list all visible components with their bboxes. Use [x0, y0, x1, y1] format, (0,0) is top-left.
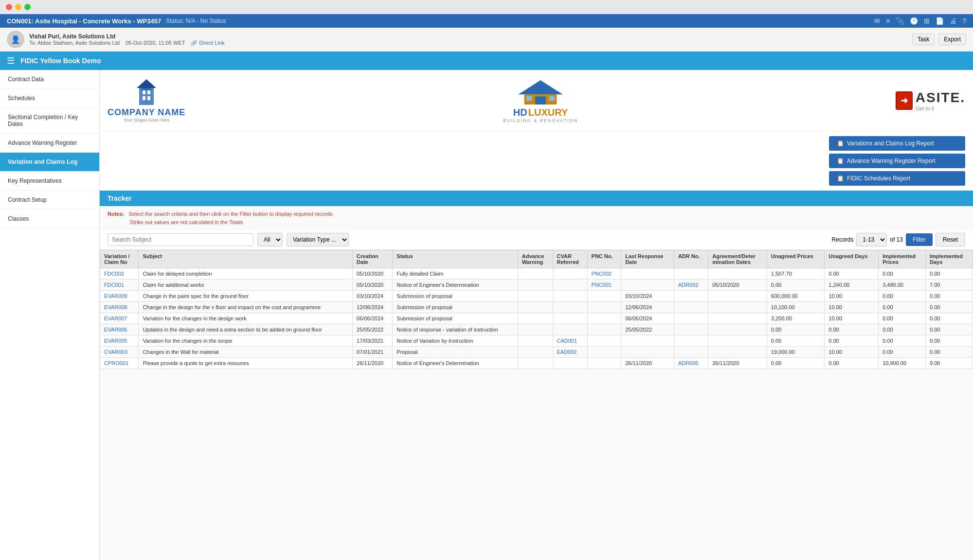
status-cell: Proposal [393, 347, 518, 358]
sidebar-item-clauses[interactable]: Clauses [0, 210, 99, 228]
adr-cell-link[interactable]: ADR005 [678, 360, 699, 366]
implemented-prices-cell: 0.00 [879, 347, 926, 358]
search-input[interactable] [108, 233, 253, 246]
claim-no-cell-link[interactable]: FDC001 [104, 282, 124, 288]
reset-button[interactable]: Reset [936, 233, 965, 246]
minimize-btn[interactable] [15, 4, 21, 10]
claim-no-cell-link[interactable]: EVAR009 [104, 293, 127, 299]
adr-cell[interactable]: ADR005 [674, 358, 708, 369]
advance-warning-report-btn[interactable]: 📋 Advance Warning Register Report [829, 154, 965, 168]
sidebar-item-sectional-completion[interactable]: Sectional Completion / Key Dates [0, 108, 99, 134]
pin-icon[interactable]: 📎 [896, 17, 904, 25]
pnc-cell-link[interactable]: PNC001 [592, 282, 612, 288]
adr-cell-link[interactable]: ADR002 [678, 282, 699, 288]
filter-button[interactable]: Filter [906, 233, 933, 246]
claim-no-cell[interactable]: EVAR007 [100, 313, 139, 324]
sidebar-item-schedules[interactable]: Schedules [0, 89, 99, 108]
advance-warning-cell [518, 280, 553, 291]
claim-no-cell-link[interactable]: CVAR003 [104, 349, 127, 355]
claim-no-cell[interactable]: EVAR008 [100, 302, 139, 313]
pnc-cell [587, 291, 621, 302]
pnc-cell-link[interactable]: PNC002 [592, 271, 612, 277]
print-icon[interactable]: 🖨 [950, 17, 956, 25]
advance-warning-cell [518, 324, 553, 335]
svg-rect-3 [147, 90, 150, 94]
sidebar-item-variation-claims[interactable]: Variation and Claims Log [0, 153, 99, 172]
subject-cell: Claim for delayed completion [139, 268, 353, 280]
all-select[interactable]: All [257, 233, 283, 246]
claim-no-cell[interactable]: CPRO001 [100, 358, 139, 369]
adr-cell[interactable]: ADR002 [674, 280, 708, 291]
records-range-select[interactable]: 1-13 [856, 233, 887, 246]
advance-warning-cell [518, 347, 553, 358]
doc-icon[interactable]: 📄 [936, 17, 944, 25]
maximize-btn[interactable] [24, 4, 31, 10]
adr-cell [674, 302, 708, 313]
variation-type-select[interactable]: Variation Type ... [287, 233, 349, 246]
sidebar-item-key-representatives[interactable]: Key Representatives [0, 172, 99, 191]
claim-no-cell[interactable]: EVAR009 [100, 291, 139, 302]
task-button[interactable]: Task [912, 34, 935, 45]
user-name: Vishal Puri, Asite Solutions Ltd [29, 33, 225, 40]
clock-icon[interactable]: 🕐 [910, 17, 918, 25]
hamburger-icon[interactable]: ☰ [7, 55, 15, 66]
claim-no-cell[interactable]: EVAR005 [100, 335, 139, 347]
pnc-cell[interactable]: PNC001 [587, 280, 621, 291]
last-response-cell: 03/10/2024 [621, 291, 674, 302]
export-button[interactable]: Export [938, 34, 966, 45]
cvar-cell[interactable]: CAD001 [553, 335, 587, 347]
subject-cell: Change in the design for the x floor and… [139, 302, 353, 313]
creation-date-cell: 07/01/2021 [353, 347, 393, 358]
fidic-schedules-report-btn[interactable]: 📋 FIDIC Schedules Report [829, 171, 965, 186]
cvar-cell [553, 280, 587, 291]
claim-no-cell-link[interactable]: CPRO001 [104, 360, 128, 366]
claim-no-cell-link[interactable]: EVAR007 [104, 315, 127, 321]
implemented-prices-cell: 0.00 [879, 324, 926, 335]
report-buttons-area: 📋 Variations and Claims Log Report 📋 Adv… [100, 131, 973, 191]
unagreed-prices-cell: 0.00 [767, 280, 825, 291]
agreement-dates-cell [708, 313, 767, 324]
unagreed-days-cell: 1,240.00 [825, 280, 879, 291]
claim-no-cell-link[interactable]: EVAR006 [104, 327, 127, 332]
cvar-cell[interactable]: EAD002 [553, 347, 587, 358]
resize-icon[interactable]: ⊞ [924, 17, 930, 25]
th-agreement-dates: Agreement/Determination Dates [708, 250, 767, 268]
agreement-dates-cell [708, 291, 767, 302]
page-title: CON001: Asite Hospital - Concrete Works … [7, 18, 161, 25]
cvar-cell-link[interactable]: EAD002 [557, 349, 577, 355]
subject-cell: Variation for the changes in the design … [139, 313, 353, 324]
claim-no-cell[interactable]: EVAR006 [100, 324, 139, 335]
claim-no-cell-link[interactable]: EVAR008 [104, 304, 127, 310]
table-row: EVAR006Updates in the design and need a … [100, 324, 973, 335]
th-subject: Subject [139, 250, 353, 268]
claim-no-cell[interactable]: FDC002 [100, 268, 139, 280]
claim-no-cell[interactable]: FDC001 [100, 280, 139, 291]
tracker-header: Tracker [100, 191, 973, 206]
th-adr-no: ADR No. [674, 250, 708, 268]
lines-icon[interactable]: ≡ [886, 17, 890, 25]
direct-link[interactable]: Direct Link [199, 40, 225, 46]
implemented-days-cell: 0.00 [926, 335, 973, 347]
agreement-dates-cell [708, 347, 767, 358]
subject-cell: Updates in the design and need a extra s… [139, 324, 353, 335]
help-icon[interactable]: ? [962, 17, 966, 25]
claim-no-cell[interactable]: CVAR003 [100, 347, 139, 358]
last-response-cell: 06/06/2024 [621, 313, 674, 324]
close-btn[interactable] [6, 4, 12, 10]
variations-claims-report-btn[interactable]: 📋 Variations and Claims Log Report [829, 136, 965, 151]
unagreed-days-cell: 0.00 [825, 268, 879, 280]
table-row: CVAR003Changes in the Wall for material0… [100, 347, 973, 358]
unagreed-prices-cell: 0.00 [767, 358, 825, 369]
message-icon[interactable]: ✉ [874, 17, 880, 25]
agreement-dates-cell: 05/10/2020 [708, 280, 767, 291]
implemented-prices-cell: 0.00 [879, 302, 926, 313]
claim-no-cell-link[interactable]: EVAR005 [104, 338, 127, 344]
sidebar-item-advance-warning[interactable]: Advance Warning Register [0, 134, 99, 153]
report-btn3-label: FIDIC Schedules Report [847, 175, 910, 182]
unagreed-prices-cell: 19,000.00 [767, 347, 825, 358]
cvar-cell-link[interactable]: CAD001 [557, 338, 577, 344]
sidebar-item-contract-data[interactable]: Contract Data [0, 70, 99, 89]
claim-no-cell-link[interactable]: FDC002 [104, 271, 124, 277]
pnc-cell[interactable]: PNC002 [587, 268, 621, 280]
sidebar-item-contract-setup[interactable]: Contract Setup [0, 191, 99, 210]
